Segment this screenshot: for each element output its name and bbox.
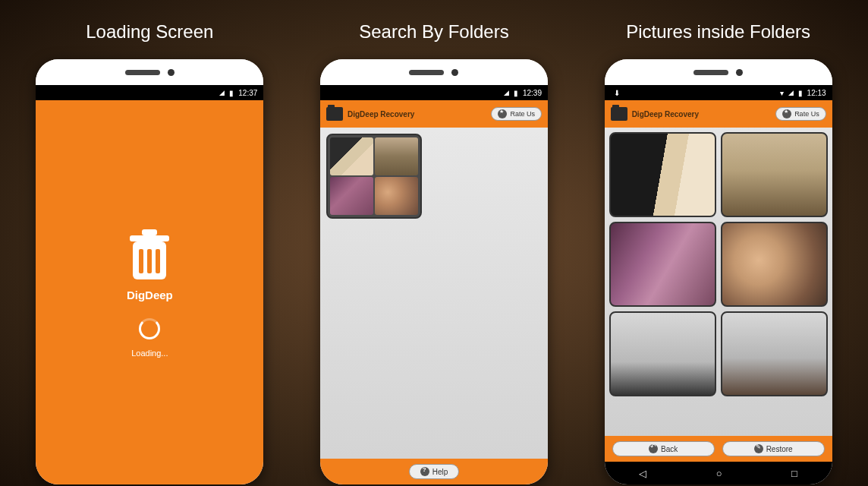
rate-us-button[interactable]: Rate Us (491, 107, 542, 121)
star-icon (498, 109, 507, 118)
app-title: DigDeep Recovery (632, 110, 771, 118)
restore-label: Restore (766, 445, 793, 453)
thumb-image (330, 177, 373, 215)
rate-label: Rate Us (510, 110, 535, 118)
pictures-screen: DigDeep Recovery Rate Us Back (605, 100, 832, 484)
status-bar: ⬇ ▾ ◢ ▮ 12:13 (605, 85, 832, 100)
signal-icon: ◢ (504, 89, 509, 96)
camera-icon (168, 69, 175, 76)
footer-bar: Back Restore (605, 436, 832, 462)
thumb-image (375, 177, 418, 215)
panel-title: Search By Folders (359, 21, 508, 43)
signal-icon: ◢ (219, 89, 225, 96)
svg-rect-5 (156, 249, 160, 273)
loading-screen: DigDeep Loading... (36, 100, 263, 484)
panel-title: Pictures inside Folders (626, 21, 810, 43)
svg-rect-2 (142, 229, 157, 235)
picture-item[interactable] (721, 222, 828, 307)
battery-icon: ▮ (798, 89, 803, 97)
speaker-icon (693, 70, 728, 75)
help-label: Help (432, 468, 448, 476)
footer-bar: Help (320, 459, 548, 484)
status-left: ⬇ (611, 89, 620, 97)
android-nav-bar: ◁ ○ □ (605, 462, 832, 484)
rate-label: Rate Us (794, 110, 819, 118)
phone-frame: ◢ ▮ 12:37 DigDeep Loading... (36, 59, 263, 484)
nav-back-icon[interactable]: ◁ (639, 468, 646, 479)
star-icon (782, 109, 791, 118)
battery-icon: ▮ (229, 89, 234, 97)
panel-folders: Search By Folders ◢ ▮ 12:39 DigDeep Reco… (297, 8, 571, 484)
app-header: DigDeep Recovery Rate Us (605, 100, 832, 128)
battery-icon: ▮ (514, 89, 518, 97)
wifi-icon: ▾ (780, 89, 784, 97)
camera-icon (451, 69, 458, 76)
status-time: 12:39 (523, 89, 542, 97)
phone-frame: ◢ ▮ 12:39 DigDeep Recovery Rate Us (320, 59, 548, 484)
panel-pictures: Pictures inside Folders ⬇ ▾ ◢ ▮ 12:13 Di… (582, 8, 855, 484)
pictures-body[interactable] (605, 128, 832, 436)
phone-top (36, 59, 263, 85)
loading-text: Loading... (131, 349, 168, 358)
app-title: DigDeep Recovery (348, 110, 486, 118)
thumb-image (375, 137, 418, 175)
app-header: DigDeep Recovery Rate Us (320, 100, 548, 128)
help-button[interactable]: Help (409, 464, 460, 479)
restore-icon (754, 444, 763, 453)
spinner-icon (139, 318, 160, 339)
back-label: Back (661, 445, 678, 453)
svg-rect-1 (130, 235, 169, 241)
picture-item[interactable] (609, 132, 716, 217)
rate-us-button[interactable]: Rate Us (775, 107, 826, 121)
status-bar: ◢ ▮ 12:37 (36, 85, 263, 100)
speaker-icon (125, 70, 160, 75)
back-icon (649, 444, 658, 453)
nav-home-icon[interactable]: ○ (716, 468, 722, 479)
phone-top (605, 59, 832, 85)
app-logo: DigDeep (125, 228, 174, 301)
restore-button[interactable]: Restore (722, 441, 825, 456)
svg-rect-3 (139, 249, 143, 273)
folder-icon (611, 107, 627, 121)
panel-loading: Loading Screen ◢ ▮ 12:37 DigDeep (13, 8, 286, 484)
speaker-icon (409, 70, 444, 75)
picture-item[interactable] (609, 311, 716, 396)
picture-item[interactable] (721, 132, 828, 217)
trash-icon (125, 228, 174, 284)
status-time: 12:13 (807, 89, 826, 97)
folder-icon (326, 107, 343, 121)
folder-item[interactable] (326, 134, 422, 219)
phone-top (320, 59, 548, 85)
phone-frame: ⬇ ▾ ◢ ▮ 12:13 DigDeep Recovery Rate Us (605, 59, 832, 484)
picture-item[interactable] (609, 222, 716, 307)
signal-icon: ◢ (788, 89, 794, 96)
picture-item[interactable] (721, 311, 828, 396)
app-name: DigDeep (127, 289, 173, 301)
panel-title: Loading Screen (86, 21, 213, 43)
status-bar: ◢ ▮ 12:39 (320, 85, 548, 100)
folders-body[interactable] (320, 128, 548, 459)
help-icon (420, 467, 429, 476)
back-button[interactable]: Back (612, 441, 715, 456)
nav-recent-icon[interactable]: □ (791, 468, 797, 479)
folders-screen: DigDeep Recovery Rate Us Help (320, 100, 548, 484)
svg-rect-4 (147, 249, 152, 273)
status-time: 12:37 (238, 89, 257, 97)
thumb-image (330, 137, 373, 175)
download-icon: ⬇ (614, 89, 620, 97)
camera-icon (736, 69, 743, 76)
